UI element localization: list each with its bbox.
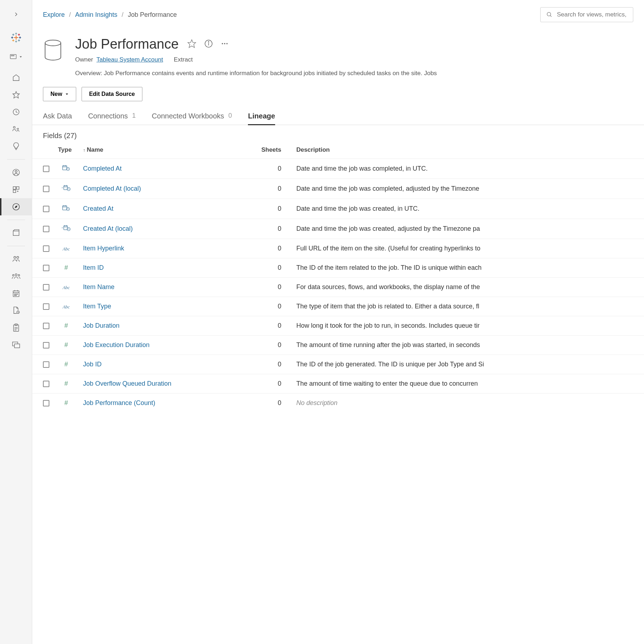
type-number-icon: # bbox=[64, 361, 68, 368]
svg-rect-32 bbox=[13, 190, 15, 192]
tab-label: Lineage bbox=[248, 112, 275, 120]
svg-rect-77 bbox=[64, 186, 67, 190]
row-checkbox[interactable] bbox=[43, 342, 49, 348]
search-box[interactable] bbox=[540, 7, 633, 22]
more-actions-icon[interactable] bbox=[221, 40, 229, 49]
info-icon[interactable] bbox=[204, 39, 213, 49]
field-sheets-count: 0 bbox=[253, 297, 292, 316]
table-row: #Job Duration0How long it took for the j… bbox=[32, 316, 644, 336]
sidebar-tasks[interactable] bbox=[0, 319, 32, 336]
breadcrumb-sep: / bbox=[122, 11, 123, 19]
row-checkbox[interactable] bbox=[43, 265, 49, 271]
field-name-link[interactable]: Job Duration bbox=[83, 322, 119, 329]
row-checkbox[interactable] bbox=[43, 303, 49, 310]
field-name-link[interactable]: Completed At bbox=[83, 165, 122, 172]
svg-point-21 bbox=[13, 55, 14, 56]
field-name-link[interactable]: Job ID bbox=[83, 361, 102, 368]
sidebar-external-assets[interactable] bbox=[0, 224, 32, 241]
sidebar-jobs[interactable] bbox=[0, 302, 32, 319]
field-description: The amount of time running after the job… bbox=[292, 336, 644, 355]
tab-lineage[interactable]: Lineage bbox=[248, 108, 275, 125]
breadcrumb-sep: / bbox=[69, 11, 71, 19]
sidebar-server-dropdown[interactable] bbox=[10, 54, 23, 60]
sidebar-personal[interactable] bbox=[0, 164, 32, 181]
field-name-link[interactable]: Item Hyperlink bbox=[83, 245, 124, 252]
tab-connected-workbooks[interactable]: Connected Workbooks 0 bbox=[152, 108, 232, 125]
field-name-link[interactable]: Item Name bbox=[83, 283, 114, 291]
col-header-type[interactable]: Type bbox=[54, 143, 79, 159]
col-header-name[interactable]: ↑Name bbox=[79, 143, 253, 159]
field-description: Date and time the job was created, in UT… bbox=[292, 199, 644, 219]
sidebar-recents[interactable] bbox=[0, 103, 32, 121]
field-name-link[interactable]: Job Overflow Queued Duration bbox=[83, 380, 171, 387]
table-row: #Job Overflow Queued Duration0The amount… bbox=[32, 374, 644, 394]
row-checkbox[interactable] bbox=[43, 186, 49, 192]
sidebar-groups[interactable] bbox=[0, 268, 32, 285]
sidebar-explore[interactable] bbox=[0, 198, 32, 215]
breadcrumb-admin-insights[interactable]: Admin Insights bbox=[75, 11, 117, 19]
search-input[interactable] bbox=[557, 11, 627, 18]
tab-connections[interactable]: Connections 1 bbox=[88, 108, 136, 125]
field-name-link[interactable]: Item Type bbox=[83, 303, 111, 310]
svg-rect-82 bbox=[63, 206, 67, 210]
type-datetime-icon bbox=[62, 207, 70, 212]
tableau-logo-icon[interactable] bbox=[9, 30, 23, 45]
sidebar-favorites[interactable] bbox=[0, 86, 32, 103]
sidebar-schedules[interactable] bbox=[0, 285, 32, 302]
tab-ask-data[interactable]: Ask Data bbox=[43, 108, 72, 125]
action-buttons: New Edit Data Source bbox=[32, 84, 644, 108]
col-header-description[interactable]: Description bbox=[292, 143, 644, 159]
table-row: AbcItem Name0For data sources, flows, an… bbox=[32, 278, 644, 297]
field-name-link[interactable]: Completed At (local) bbox=[83, 185, 141, 192]
svg-text:=: = bbox=[62, 226, 63, 229]
field-name-link[interactable]: Item ID bbox=[83, 264, 104, 271]
field-description: The ID of the item related to the job. T… bbox=[292, 258, 644, 278]
sidebar-status[interactable] bbox=[0, 336, 32, 353]
svg-point-68 bbox=[224, 43, 226, 44]
field-sheets-count: 0 bbox=[253, 239, 292, 258]
svg-marker-23 bbox=[13, 92, 19, 98]
row-checkbox[interactable] bbox=[43, 284, 49, 291]
field-description: For data sources, flows, and workbooks, … bbox=[292, 278, 644, 297]
sidebar-divider bbox=[7, 246, 25, 246]
svg-point-69 bbox=[226, 43, 228, 44]
type-number-icon: # bbox=[64, 399, 68, 406]
field-description: No description bbox=[292, 394, 644, 413]
sidebar-shared[interactable] bbox=[0, 121, 32, 138]
field-description: The ID of the job generated. The ID is u… bbox=[292, 355, 644, 374]
sidebar-recommendations[interactable] bbox=[0, 138, 32, 155]
row-checkbox[interactable] bbox=[43, 245, 49, 252]
row-checkbox[interactable] bbox=[43, 361, 49, 368]
row-checkbox[interactable] bbox=[43, 206, 49, 212]
svg-rect-37 bbox=[13, 231, 19, 236]
row-checkbox[interactable] bbox=[43, 381, 49, 387]
new-button[interactable]: New bbox=[43, 87, 76, 101]
row-checkbox[interactable] bbox=[43, 400, 49, 406]
field-name-link[interactable]: Created At (local) bbox=[83, 225, 133, 232]
field-description: Date and time the job was completed, adj… bbox=[292, 179, 644, 199]
favorite-star-icon[interactable] bbox=[187, 39, 196, 49]
svg-point-67 bbox=[222, 43, 223, 44]
overview-text: Overview: Job Performance contains event… bbox=[75, 70, 437, 77]
row-checkbox[interactable] bbox=[43, 226, 49, 232]
breadcrumb-explore[interactable]: Explore bbox=[43, 11, 65, 19]
field-name-link[interactable]: Job Execution Duration bbox=[83, 341, 150, 348]
svg-point-47 bbox=[14, 294, 15, 294]
sidebar-home[interactable] bbox=[0, 69, 32, 86]
type-string-icon: Abc bbox=[63, 246, 70, 252]
row-checkbox[interactable] bbox=[43, 166, 49, 172]
sidebar-collections[interactable] bbox=[0, 181, 32, 198]
breadcrumb-current: Job Performance bbox=[128, 11, 177, 19]
sidebar-users[interactable] bbox=[0, 250, 32, 268]
col-header-sheets[interactable]: Sheets bbox=[253, 143, 292, 159]
sidebar-expand-button[interactable] bbox=[9, 7, 23, 21]
row-checkbox[interactable] bbox=[43, 323, 49, 329]
field-description: The amount of time waiting to enter the … bbox=[292, 374, 644, 394]
svg-point-60 bbox=[547, 12, 551, 16]
owner-link[interactable]: Tableau System Account bbox=[97, 56, 163, 63]
table-row: #Job ID0The ID of the job generated. The… bbox=[32, 355, 644, 374]
field-name-link[interactable]: Created At bbox=[83, 205, 113, 212]
field-name-link[interactable]: Job Performance (Count) bbox=[83, 399, 155, 406]
edit-data-source-button[interactable]: Edit Data Source bbox=[82, 87, 142, 101]
svg-marker-63 bbox=[188, 40, 196, 48]
